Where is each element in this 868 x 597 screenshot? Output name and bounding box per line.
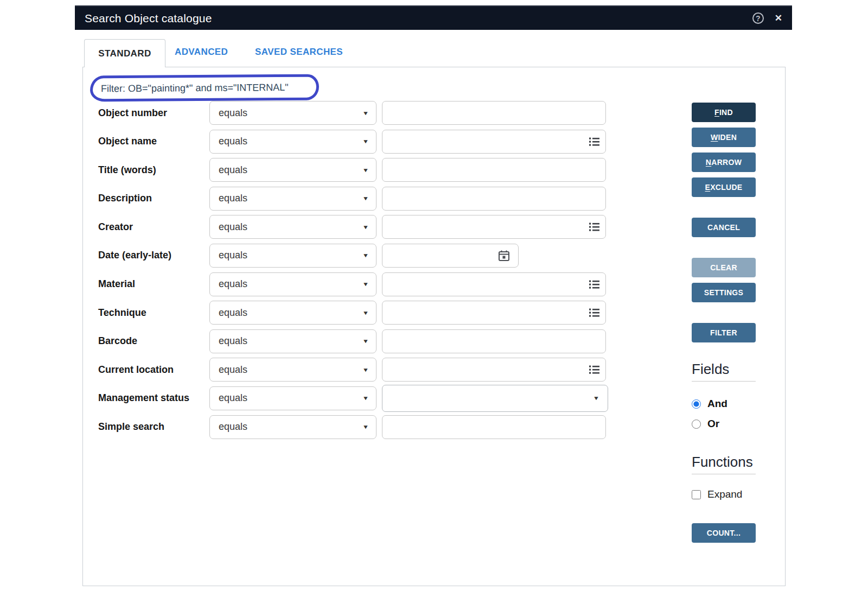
field-label: Object number: [98, 107, 204, 119]
operator-select[interactable]: equals ▼: [209, 244, 376, 268]
operator-select[interactable]: equals ▼: [209, 101, 376, 125]
value-input-technique[interactable]: [382, 301, 606, 325]
operator-select[interactable]: equals ▼: [209, 272, 376, 296]
operator-value: equals: [219, 335, 363, 347]
settings-button[interactable]: SETTINGS: [692, 283, 756, 302]
operator-select[interactable]: equals ▼: [209, 358, 376, 382]
value-input-object-number[interactable]: [382, 101, 606, 125]
search-row-description: Description equals ▼: [98, 187, 608, 211]
expand-checkbox-input[interactable]: [692, 490, 701, 499]
value-select[interactable]: ▼: [382, 385, 608, 412]
narrow-button[interactable]: NARROW: [692, 153, 756, 172]
functions-section: Functions: [692, 454, 756, 474]
calendar-icon[interactable]: [498, 250, 510, 262]
functions-divider: [692, 474, 756, 474]
search-rows: Object number equals ▼: [98, 101, 608, 443]
search-row-simple-search: Simple search equals ▼: [98, 415, 608, 439]
value-wrap: ▼: [382, 329, 606, 353]
field-label: Date (early-late): [98, 250, 204, 261]
dialog-title: Search Object catalogue: [85, 12, 212, 25]
operator-select[interactable]: equals ▼: [209, 329, 376, 353]
value-input-current-location[interactable]: [382, 358, 606, 382]
and-radio[interactable]: And: [692, 398, 756, 410]
value-input-barcode[interactable]: [382, 329, 606, 353]
chevron-down-icon: ▼: [362, 224, 369, 230]
operator-value: equals: [219, 164, 363, 176]
operator-select[interactable]: equals ▼: [209, 386, 376, 410]
and-radio-input[interactable]: [692, 399, 701, 409]
search-row-technique: Technique equals ▼: [98, 301, 608, 325]
value-input-material[interactable]: [382, 272, 606, 296]
filter-expression: Filter: OB="painting*" and ms="INTERNAL": [101, 81, 289, 94]
find-button[interactable]: FIND: [692, 103, 756, 122]
chevron-down-icon: ▼: [362, 195, 369, 201]
value-wrap: ▼: [382, 187, 606, 211]
operator-select[interactable]: equals ▼: [209, 130, 376, 154]
value-wrap: ▼: [382, 301, 606, 325]
chevron-down-icon: ▼: [362, 338, 369, 344]
search-row-object-name: Object name equals ▼: [98, 130, 608, 154]
page: Search Object catalogue ? ✕ STANDARD ADV…: [0, 0, 868, 597]
count-button[interactable]: COUNT...: [692, 523, 756, 543]
list-lookup-icon[interactable]: [589, 365, 599, 374]
or-radio-input[interactable]: [692, 420, 701, 429]
list-lookup-icon[interactable]: [589, 308, 599, 317]
operator-value: equals: [219, 221, 363, 233]
value-input-creator[interactable]: [382, 215, 606, 239]
chevron-down-icon: ▼: [362, 138, 369, 144]
operator-select[interactable]: equals ▼: [209, 415, 376, 439]
tab-saved-searches[interactable]: SAVED SEARCHES: [255, 47, 343, 58]
value-wrap: ▼: [382, 272, 606, 296]
expand-checkbox[interactable]: Expand: [692, 488, 756, 500]
or-radio[interactable]: Or: [692, 418, 756, 430]
search-row-object-number: Object number equals ▼: [98, 101, 608, 125]
value-input-object-name[interactable]: [382, 130, 606, 154]
field-label: Current location: [98, 364, 204, 376]
operator-select[interactable]: equals ▼: [209, 158, 376, 182]
functions-heading: Functions: [692, 454, 756, 471]
exclude-button[interactable]: EXCLUDE: [692, 177, 756, 197]
value-wrap: ▼: [382, 215, 606, 239]
operator-select[interactable]: equals ▼: [209, 301, 376, 325]
value-input-description[interactable]: [382, 187, 606, 211]
operator-value: equals: [219, 421, 363, 433]
chevron-down-icon: ▼: [362, 310, 369, 316]
action-column: FIND WIDEN NARROW EXCLUDE CANCEL CLEAR S…: [692, 103, 756, 543]
chevron-down-icon: ▼: [362, 424, 369, 430]
cancel-button[interactable]: CANCEL: [692, 218, 756, 237]
operator-select[interactable]: equals ▼: [209, 215, 376, 239]
close-icon[interactable]: ✕: [775, 12, 782, 24]
widen-button[interactable]: WIDEN: [692, 128, 756, 147]
chevron-down-icon: ▼: [362, 252, 369, 258]
filter-button[interactable]: FILTER: [692, 323, 756, 342]
value-wrap: ▼: [382, 130, 606, 154]
field-label: Management status: [98, 392, 204, 404]
help-icon[interactable]: ?: [752, 12, 764, 24]
chevron-down-icon: ▼: [362, 281, 369, 287]
chevron-down-icon: ▼: [362, 110, 369, 116]
filter-annotation-circle: Filter: OB="painting*" and ms="INTERNAL": [90, 74, 319, 102]
list-lookup-icon[interactable]: [589, 137, 599, 146]
value-wrap: ▼: [382, 415, 606, 439]
field-label: Material: [98, 278, 204, 290]
value-wrap: ▼: [382, 386, 606, 410]
operator-value: equals: [219, 307, 363, 319]
value-wrap: ▼: [382, 358, 606, 382]
field-label: Object name: [98, 136, 204, 147]
list-lookup-icon[interactable]: [589, 280, 599, 289]
fields-divider: [692, 381, 756, 382]
clear-button[interactable]: CLEAR: [692, 258, 756, 277]
search-row-barcode: Barcode equals ▼: [98, 329, 608, 353]
value-input-simple-search[interactable]: [382, 415, 606, 439]
list-lookup-icon[interactable]: [589, 223, 599, 232]
search-row-creator: Creator equals ▼: [98, 215, 608, 239]
value-input-title-words[interactable]: [382, 158, 606, 182]
search-form-panel: Filter: OB="painting*" and ms="INTERNAL"…: [82, 67, 786, 586]
dialog-titlebar: Search Object catalogue ? ✕: [75, 5, 792, 30]
operator-value: equals: [219, 250, 363, 261]
tab-advanced[interactable]: ADVANCED: [175, 47, 228, 58]
search-row-material: Material equals ▼: [98, 272, 608, 296]
chevron-down-icon: ▼: [593, 395, 599, 401]
tab-standard[interactable]: STANDARD: [84, 39, 165, 67]
operator-select[interactable]: equals ▼: [209, 187, 376, 211]
